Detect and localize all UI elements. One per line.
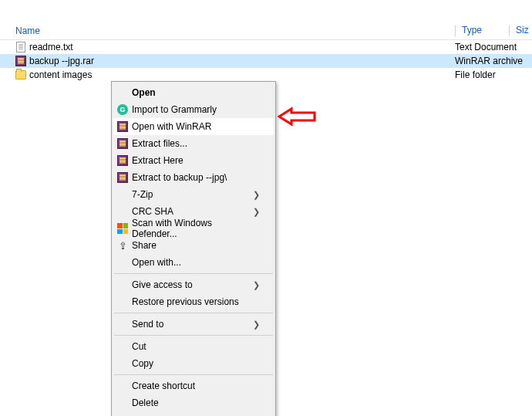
file-name-label: readme.txt <box>29 42 73 52</box>
text-file-icon <box>15 42 26 52</box>
defender-icon-slot <box>113 223 132 234</box>
winrar-icon <box>117 138 128 149</box>
folder-icon <box>15 69 26 80</box>
column-divider[interactable] <box>455 25 456 36</box>
menu-item[interactable]: Scan with Windows Defender... <box>113 220 274 237</box>
menu-item-label: 7-Zip <box>132 189 253 200</box>
column-header-name[interactable]: Name <box>0 25 455 36</box>
menu-item[interactable]: Open with... <box>113 254 274 271</box>
menu-item[interactable]: ⇪Share <box>113 237 274 254</box>
share-icon-slot: ⇪ <box>113 240 132 251</box>
rar-icon-slot <box>113 172 132 183</box>
menu-item-label: Give access to <box>132 279 253 290</box>
menu-item-label: Copy <box>132 358 260 369</box>
menu-item-label: CRC SHA <box>132 206 253 217</box>
rar-icon-slot <box>113 121 132 132</box>
file-name-cell: content images <box>15 69 455 80</box>
menu-item[interactable]: Extract to backup --jpg\ <box>113 169 274 186</box>
menu-item[interactable]: Extract files... <box>113 135 274 152</box>
grammarly-icon-slot: G <box>113 104 132 115</box>
menu-item-label: Cut <box>132 341 260 352</box>
annotation-arrow <box>278 107 316 127</box>
menu-item[interactable]: Copy <box>113 355 274 372</box>
menu-item[interactable]: Send to❯ <box>113 316 274 333</box>
winrar-icon <box>117 155 128 166</box>
menu-item-label: Import to Grammarly <box>132 104 260 115</box>
winrar-icon <box>117 172 128 183</box>
winrar-icon <box>117 121 128 132</box>
chevron-right-icon: ❯ <box>253 280 260 290</box>
menu-item[interactable]: Rename <box>113 411 274 416</box>
file-list: readme.txtText Documentbackup --jpg.rarW… <box>0 40 532 82</box>
menu-item[interactable]: Give access to❯ <box>113 276 274 293</box>
context-menu: OpenGImport to GrammarlyOpen with WinRAR… <box>111 81 276 416</box>
column-header-type[interactable]: Type <box>455 25 509 36</box>
column-header-size[interactable]: Siz <box>509 25 532 36</box>
column-divider[interactable] <box>509 25 510 36</box>
menu-item-label: Restore previous versions <box>132 296 260 307</box>
menu-item-label: Open with WinRAR <box>132 121 260 132</box>
menu-item[interactable]: Cut <box>113 338 274 355</box>
winrar-icon <box>15 56 26 66</box>
chevron-right-icon: ❯ <box>253 320 260 330</box>
grammarly-icon: G <box>117 104 128 115</box>
menu-item-label: Open with... <box>132 257 260 268</box>
file-type-cell: Text Document <box>455 42 532 52</box>
menu-item-label: Delete <box>132 397 260 408</box>
file-row[interactable]: content imagesFile folder <box>0 68 532 82</box>
menu-item[interactable]: 7-Zip❯ <box>113 186 274 203</box>
svg-marker-0 <box>279 109 315 124</box>
menu-separator <box>114 374 273 375</box>
menu-item-label: Share <box>132 240 260 251</box>
menu-separator <box>114 313 273 313</box>
file-row[interactable]: backup --jpg.rarWinRAR archive <box>0 54 532 68</box>
windows-defender-icon <box>117 223 128 234</box>
menu-item[interactable]: Open <box>113 84 274 101</box>
menu-item[interactable]: GImport to Grammarly <box>113 101 274 118</box>
menu-item[interactable]: Create shortcut <box>113 377 274 394</box>
menu-separator <box>114 273 273 274</box>
menu-item-label: Send to <box>132 319 253 330</box>
menu-item[interactable]: Extract Here <box>113 152 274 169</box>
rar-icon-slot <box>113 155 132 166</box>
chevron-right-icon: ❯ <box>253 190 260 200</box>
menu-item-label: Extract to backup --jpg\ <box>132 172 260 183</box>
file-name-cell: readme.txt <box>15 42 455 52</box>
column-header-row: Name Type Siz <box>0 22 532 40</box>
rar-icon-slot <box>113 138 132 149</box>
chevron-right-icon: ❯ <box>253 207 260 217</box>
menu-item-label: Extract files... <box>132 138 260 149</box>
file-type-cell: WinRAR archive <box>455 56 532 66</box>
menu-item-label: Scan with Windows Defender... <box>132 218 260 239</box>
file-name-label: backup --jpg.rar <box>29 56 94 66</box>
file-type-cell: File folder <box>455 69 532 80</box>
menu-item[interactable]: Delete <box>113 394 274 411</box>
menu-item-label: Extract Here <box>132 155 260 166</box>
menu-item[interactable]: Open with WinRAR <box>113 118 274 135</box>
menu-item-label: Create shortcut <box>132 380 260 391</box>
share-icon: ⇪ <box>117 240 128 251</box>
menu-item-label: Open <box>132 87 260 98</box>
file-name-label: content images <box>29 69 92 80</box>
file-row[interactable]: readme.txtText Document <box>0 40 532 54</box>
menu-item[interactable]: Restore previous versions <box>113 293 274 310</box>
file-name-cell: backup --jpg.rar <box>15 56 455 66</box>
menu-separator <box>114 335 273 336</box>
